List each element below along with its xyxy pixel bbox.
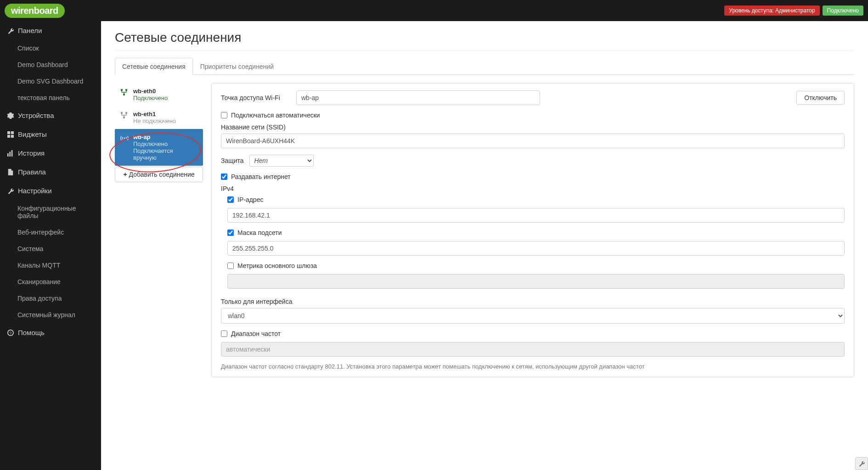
plus-icon: + (123, 171, 127, 178)
svg-text:?: ? (10, 330, 12, 335)
sidebar-settings-label: Настройки (18, 187, 52, 195)
sidebar-item-scanning[interactable]: Сканирование (0, 274, 101, 290)
svg-rect-4 (7, 153, 9, 157)
connection-list: wb-eth0 Подключено wb-eth1 Не подключено (115, 83, 203, 377)
svg-rect-10 (125, 89, 127, 91)
connection-item-wb-eth0[interactable]: wb-eth0 Подключено (115, 83, 203, 106)
wrench-icon (7, 188, 14, 194)
main-content: Сетевые соединения Сетевые соединения Пр… (101, 21, 868, 470)
sidebar-panels[interactable]: Панели (0, 21, 101, 40)
gear-icon (7, 112, 14, 119)
subnet-mask-checkbox[interactable] (227, 229, 234, 236)
ethernet-icon (120, 112, 129, 124)
help-icon: ? (7, 330, 14, 336)
subnet-mask-label: Маска подсети (237, 229, 282, 236)
connection-status-badge: Подключено (823, 6, 863, 16)
connection-name-input[interactable] (296, 90, 540, 105)
divider (115, 50, 854, 51)
ip-address-label: IP-адрес (237, 196, 263, 203)
sidebar-help-label: Помощь (18, 329, 45, 336)
tab-network-connections[interactable]: Сетевые соединения (115, 58, 193, 75)
sidebar-item-list[interactable]: Список (0, 40, 101, 56)
sidebar-rules-label: Правила (18, 168, 46, 176)
security-label: Защита (221, 157, 244, 164)
ethernet-icon (120, 89, 129, 101)
ssid-input[interactable] (221, 134, 845, 148)
sidebar-history[interactable]: История (0, 144, 101, 162)
svg-rect-2 (7, 134, 10, 137)
sidebar-help[interactable]: ? Помощь (0, 323, 101, 342)
sidebar-item-web-interface[interactable]: Веб-интерфейс (0, 224, 101, 241)
access-level-badge[interactable]: Уровень доступа: Администратор (724, 6, 819, 16)
sidebar-item-system-log[interactable]: Системный журнал (0, 307, 101, 323)
tabs: Сетевые соединения Приоритеты соединений (115, 58, 854, 75)
sidebar-panels-label: Панели (18, 27, 42, 34)
subnet-mask-input[interactable] (227, 241, 845, 256)
freq-range-help: Диапазон частот согласно стандарту 802.1… (221, 363, 845, 370)
wifi-ap-icon (120, 134, 129, 161)
sidebar-devices-label: Устройства (18, 112, 54, 119)
connection-status: Подключено (133, 95, 197, 101)
ssid-label: Название сети (SSID) (221, 123, 845, 131)
svg-rect-0 (7, 131, 10, 134)
freq-range-label: Диапазон частот (231, 330, 281, 337)
auto-connect-checkbox[interactable] (221, 112, 227, 118)
sidebar-item-demo-dashboard[interactable]: Demo Dashboard (0, 56, 101, 73)
svg-rect-13 (125, 112, 127, 114)
sidebar-settings[interactable]: Настройки (0, 181, 101, 200)
ip-address-checkbox[interactable] (227, 196, 234, 203)
tab-connection-priorities[interactable]: Приоритеты соединений (193, 58, 281, 75)
sidebar-rules[interactable]: Правила (0, 162, 101, 181)
chart-icon (7, 150, 14, 157)
sidebar-item-text-panel[interactable]: текстовая панель (0, 90, 101, 106)
sidebar-widgets-label: Виджеты (18, 130, 47, 138)
sidebar-item-access-rights[interactable]: Права доступа (0, 290, 101, 307)
share-internet-checkbox[interactable] (221, 173, 227, 180)
svg-rect-9 (121, 89, 123, 91)
auto-connect-label: Подключаться автоматически (231, 112, 320, 119)
gateway-metric-label: Метрика основного шлюза (237, 262, 317, 269)
connection-name: wb-eth1 (133, 111, 197, 118)
add-connection-label: Добавить соединение (129, 171, 195, 178)
sidebar-item-demo-svg-dashboard[interactable]: Demo SVG Dashboard (0, 73, 101, 90)
connection-name: wb-eth0 (133, 88, 197, 95)
page-title: Сетевые соединения (115, 30, 854, 45)
interface-select[interactable]: wlan0 (221, 308, 845, 324)
share-internet-label: Раздавать интернет (231, 173, 291, 180)
grid-icon (7, 131, 14, 138)
gateway-metric-input (227, 274, 845, 289)
sidebar-item-config-files[interactable]: Конфигурационные файлы (0, 200, 101, 224)
ip-address-input[interactable] (227, 208, 845, 223)
connection-item-wb-eth1[interactable]: wb-eth1 Не подключено (115, 106, 203, 129)
sidebar-history-label: История (18, 149, 45, 157)
ipv4-heading: IPv4 (221, 185, 845, 192)
svg-rect-1 (11, 131, 14, 134)
svg-rect-14 (123, 117, 125, 118)
connection-item-wb-ap[interactable]: wb-ap Подключено Подключается вручную (115, 129, 203, 166)
svg-rect-6 (11, 150, 13, 157)
sidebar: Панели Список Demo Dashboard Demo SVG Da… (0, 21, 101, 470)
connection-detail-panel: Точка доступа Wi-Fi Отключить Подключать… (211, 83, 854, 377)
freq-range-checkbox[interactable] (221, 330, 227, 337)
gateway-metric-checkbox[interactable] (227, 263, 234, 269)
logo: wirenboard (5, 4, 65, 18)
interface-label: Только для интерфейса (221, 298, 845, 305)
security-select[interactable]: Нет (249, 155, 314, 167)
freq-range-input (221, 342, 845, 357)
sidebar-widgets[interactable]: Виджеты (0, 125, 101, 144)
svg-rect-3 (11, 134, 14, 137)
disconnect-button[interactable]: Отключить (796, 91, 845, 105)
document-icon (7, 169, 14, 175)
sidebar-item-system[interactable]: Система (0, 241, 101, 257)
svg-rect-5 (9, 151, 11, 157)
svg-rect-11 (123, 94, 125, 95)
svg-rect-12 (121, 112, 123, 114)
page-settings-button[interactable] (855, 457, 868, 470)
connection-name: wb-ap (133, 134, 197, 140)
connection-status: Не подключено (133, 118, 197, 124)
add-connection-button[interactable]: + Добавить соединение (115, 167, 203, 182)
sidebar-item-mqtt-channels[interactable]: Каналы MQTT (0, 257, 101, 274)
wrench-icon (7, 28, 14, 34)
topbar: wirenboard Уровень доступа: Администрато… (0, 0, 868, 21)
sidebar-devices[interactable]: Устройства (0, 106, 101, 125)
